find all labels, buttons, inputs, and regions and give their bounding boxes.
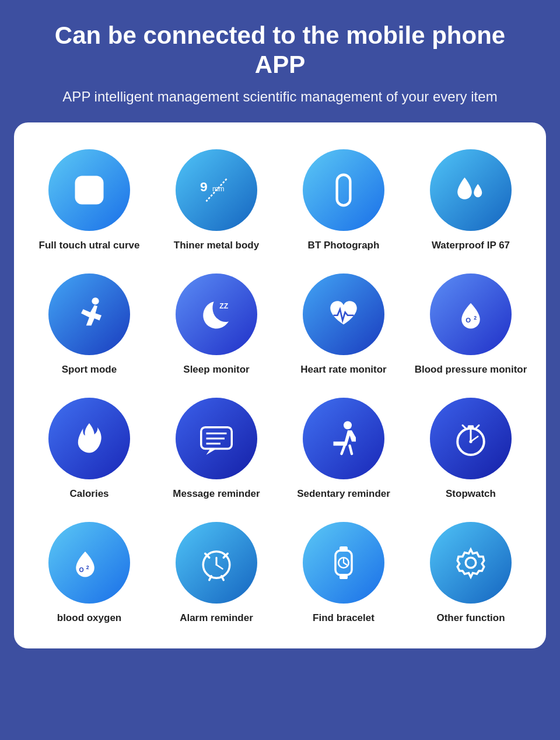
feature-icon-stopwatch xyxy=(430,398,512,479)
svg-rect-35 xyxy=(340,574,348,579)
svg-point-21 xyxy=(469,440,472,443)
feature-label-waterproof: Waterproof IP 67 xyxy=(432,239,510,252)
feature-label-blood-pressure: Blood pressure monitor xyxy=(415,363,527,377)
feature-label-heart-rate: Heart rate monitor xyxy=(300,363,386,377)
feature-icon-other-function xyxy=(430,522,512,604)
svg-point-39 xyxy=(466,557,476,568)
feature-label-bt-photograph: BT Photograph xyxy=(308,239,380,252)
feature-label-full-touch: Full touch utral curve xyxy=(39,239,140,252)
feature-label-sleep-monitor: Sleep monitor xyxy=(183,363,249,377)
feature-item-sedentary: Sedentary reminder xyxy=(280,388,407,513)
feature-label-sedentary: Sedentary reminder xyxy=(297,488,390,501)
svg-text:mm: mm xyxy=(212,185,224,193)
feature-label-sport-mode: Sport mode xyxy=(62,363,117,377)
feature-label-other-function: Other function xyxy=(436,612,505,625)
svg-text:2: 2 xyxy=(474,315,477,321)
feature-icon-blood-oxygen: O 2 xyxy=(48,522,130,604)
svg-text:9: 9 xyxy=(200,179,208,194)
feature-label-find-bracelet: Find bracelet xyxy=(313,612,374,625)
svg-rect-4 xyxy=(337,175,351,206)
svg-rect-0 xyxy=(75,176,104,205)
svg-line-15 xyxy=(342,446,345,454)
feature-label-blood-oxygen: blood oxygen xyxy=(57,612,122,625)
feature-item-find-bracelet: Find bracelet xyxy=(280,513,407,637)
feature-icon-heart-rate xyxy=(303,273,384,355)
feature-icon-bt-photograph xyxy=(303,149,384,231)
svg-line-38 xyxy=(344,563,346,565)
feature-label-message-reminder: Message reminder xyxy=(173,488,260,501)
feature-icon-blood-pressure: O 2 xyxy=(430,273,512,355)
feature-item-heart-rate: Heart rate monitor xyxy=(280,264,407,388)
feature-label-thiner-metal: Thiner metal body xyxy=(174,239,259,252)
page-title: Can be connected to the mobile phone APP xyxy=(35,21,525,80)
feature-item-full-touch: Full touch utral curve xyxy=(26,140,153,264)
svg-point-5 xyxy=(92,297,99,304)
feature-item-sport-mode: Sport mode xyxy=(26,264,153,388)
svg-text:ZZ: ZZ xyxy=(219,302,228,310)
feature-label-stopwatch: Stopwatch xyxy=(446,488,496,501)
feature-item-bt-photograph: BT Photograph xyxy=(280,140,407,264)
svg-line-16 xyxy=(350,446,352,454)
feature-icon-full-touch xyxy=(48,149,130,231)
svg-text:O: O xyxy=(466,317,471,324)
feature-icon-sedentary xyxy=(303,398,384,479)
features-grid: Full touch utral curve 9 mm Thiner metal… xyxy=(14,122,546,648)
feature-icon-alarm xyxy=(176,522,257,604)
svg-line-22 xyxy=(463,426,466,429)
feature-item-blood-oxygen: O 2 blood oxygen xyxy=(26,513,153,637)
feature-label-calories: Calories xyxy=(69,488,108,501)
feature-icon-find-bracelet xyxy=(303,522,384,604)
svg-text:2: 2 xyxy=(86,564,89,570)
page-header: Can be connected to the mobile phone APP… xyxy=(0,0,560,122)
feature-icon-sport-mode xyxy=(48,273,130,355)
feature-icon-thiner-metal: 9 mm xyxy=(176,149,257,231)
svg-text:O: O xyxy=(79,566,84,573)
feature-icon-message-reminder xyxy=(176,398,257,479)
feature-icon-waterproof xyxy=(430,149,512,231)
feature-item-sleep-monitor: ZZ Sleep monitor xyxy=(153,264,280,388)
svg-line-28 xyxy=(216,565,223,569)
feature-item-stopwatch: Stopwatch xyxy=(407,388,534,513)
feature-item-waterproof: Waterproof IP 67 xyxy=(407,140,534,264)
feature-icon-sleep-monitor: ZZ xyxy=(176,273,257,355)
feature-item-calories: Calories xyxy=(26,388,153,513)
svg-rect-34 xyxy=(340,546,348,552)
feature-item-alarm: Alarm reminder xyxy=(153,513,280,637)
svg-line-23 xyxy=(476,426,479,429)
feature-icon-calories xyxy=(48,398,130,479)
svg-point-14 xyxy=(344,422,352,430)
feature-item-other-function: Other function xyxy=(407,513,534,637)
feature-label-alarm: Alarm reminder xyxy=(180,612,253,625)
feature-item-blood-pressure: O 2 Blood pressure monitor xyxy=(407,264,534,388)
page-subtitle: APP intelligent management scientific ma… xyxy=(35,87,525,107)
feature-item-thiner-metal: 9 mm Thiner metal body xyxy=(153,140,280,264)
feature-item-message-reminder: Message reminder xyxy=(153,388,280,513)
